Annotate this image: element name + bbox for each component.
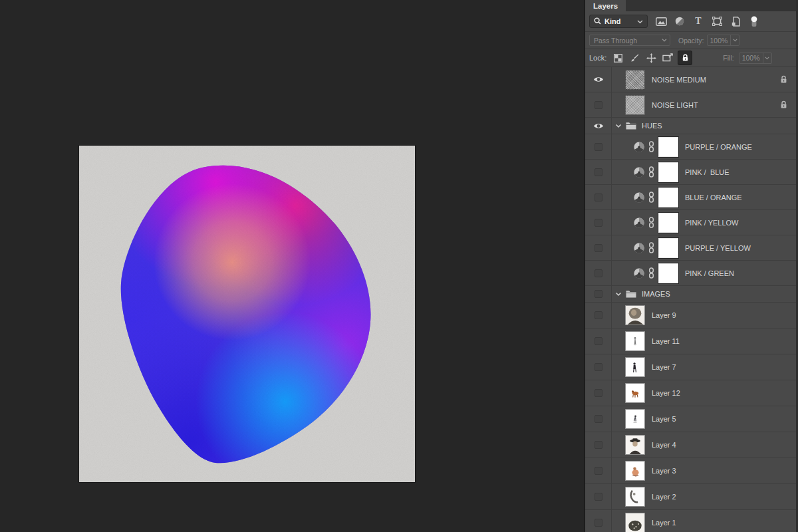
layer-row-images[interactable]: IMAGES xyxy=(585,286,796,303)
layer-name[interactable]: Layer 5 xyxy=(652,415,676,423)
mask-link-icon[interactable] xyxy=(648,267,654,279)
layer-name[interactable]: Layer 9 xyxy=(652,311,676,319)
layer-thumbnail[interactable] xyxy=(625,487,645,507)
eye-hidden-box[interactable] xyxy=(585,210,612,235)
layer-row-layer-7[interactable]: Layer 7 xyxy=(585,354,796,380)
layer-row-noise-light[interactable]: NOISE LIGHT xyxy=(585,92,796,118)
layer-row-layer-2[interactable]: Layer 2 xyxy=(585,484,796,510)
chevron-down-icon[interactable] xyxy=(763,53,771,63)
lock-transparency-icon[interactable] xyxy=(612,52,624,64)
tab-layers[interactable]: Layers xyxy=(585,0,626,11)
layer-row-blue-orange[interactable]: BLUE / ORANGE xyxy=(585,185,796,210)
fill-control[interactable]: 100% xyxy=(739,53,772,64)
layer-mask-thumbnail[interactable] xyxy=(658,188,678,207)
layer-name[interactable]: HUES xyxy=(642,122,662,130)
layer-thumbnail[interactable] xyxy=(625,513,645,532)
eye-hidden-box[interactable] xyxy=(585,432,612,458)
adjustment-layers-filter-icon[interactable] xyxy=(674,15,686,27)
layer-row-pink-yellow[interactable]: PINK / YELLOW xyxy=(585,210,796,235)
layer-mask-thumbnail[interactable] xyxy=(658,238,678,258)
layer-name[interactable]: PINK / GREEN xyxy=(685,269,734,277)
layer-name[interactable]: Layer 2 xyxy=(652,493,676,501)
mask-link-icon[interactable] xyxy=(648,217,654,228)
layer-row-pink-blue[interactable]: PINK / BLUE xyxy=(585,160,796,185)
eye-hidden-box[interactable] xyxy=(585,458,612,483)
eye-hidden-box[interactable] xyxy=(585,484,612,509)
layer-thumbnail[interactable] xyxy=(625,305,645,325)
layer-row-purple-orange[interactable]: PURPLE / ORANGE xyxy=(585,134,796,160)
eye-hidden-box[interactable] xyxy=(585,354,612,380)
layer-mask-thumbnail[interactable] xyxy=(658,263,678,283)
layer-row-hues[interactable]: HUES xyxy=(585,118,796,134)
layer-name[interactable]: NOISE MEDIUM xyxy=(652,76,706,84)
layer-thumbnail[interactable] xyxy=(625,383,645,403)
lock-artboard-icon[interactable] xyxy=(662,52,674,64)
layer-row-pink-green[interactable]: PINK / GREEN xyxy=(585,261,796,286)
layer-thumbnail[interactable] xyxy=(625,357,645,377)
pixel-layers-filter-icon[interactable] xyxy=(655,15,667,27)
layer-thumbnail[interactable] xyxy=(625,70,645,90)
layer-name[interactable]: IMAGES xyxy=(642,290,670,298)
lock-all-icon[interactable] xyxy=(678,51,692,65)
eye-hidden-box[interactable] xyxy=(585,261,612,285)
layer-row-noise-medium[interactable]: NOISE MEDIUM xyxy=(585,67,796,92)
layer-name[interactable]: Layer 1 xyxy=(652,519,676,527)
mask-link-icon[interactable] xyxy=(648,166,654,178)
layer-row-layer-12[interactable]: Layer 12 xyxy=(585,380,796,406)
mask-link-icon[interactable] xyxy=(648,192,654,203)
mask-link-icon[interactable] xyxy=(648,141,654,152)
lock-image-icon[interactable] xyxy=(628,52,640,64)
opacity-control[interactable]: 100% xyxy=(707,35,740,46)
layer-name[interactable]: Layer 11 xyxy=(652,337,680,345)
eye-hidden-box[interactable] xyxy=(585,160,612,184)
layer-name[interactable]: PURPLE / YELLOW xyxy=(685,244,751,252)
layer-row-layer-1[interactable]: Layer 1 xyxy=(585,510,796,532)
layer-row-layer-4[interactable]: Layer 4 xyxy=(585,432,796,458)
layer-thumbnail[interactable] xyxy=(625,435,645,455)
smart-objects-filter-icon[interactable] xyxy=(730,15,741,27)
lock-position-icon[interactable] xyxy=(645,52,657,64)
chevron-down-icon[interactable] xyxy=(615,124,622,128)
layer-name[interactable]: PINK / YELLOW xyxy=(685,219,739,227)
layer-thumbnail[interactable] xyxy=(625,95,645,115)
layer-row-layer-3[interactable]: Layer 3 xyxy=(585,458,796,484)
eye-hidden-box[interactable] xyxy=(585,134,612,159)
layer-name[interactable]: Layer 12 xyxy=(652,389,680,397)
layer-name[interactable]: Layer 7 xyxy=(652,363,676,371)
type-layers-filter-icon[interactable]: T xyxy=(692,15,704,27)
eye-hidden-box[interactable] xyxy=(585,92,612,117)
layer-name[interactable]: Layer 4 xyxy=(652,441,676,449)
mask-link-icon[interactable] xyxy=(648,242,654,253)
filter-toggle-icon[interactable] xyxy=(748,15,760,27)
kind-filter-dropdown[interactable]: Kind xyxy=(589,15,648,28)
layer-mask-thumbnail[interactable] xyxy=(658,137,678,157)
layer-mask-thumbnail[interactable] xyxy=(658,213,678,233)
layer-row-layer-11[interactable]: Layer 11 xyxy=(585,329,796,354)
layer-mask-thumbnail[interactable] xyxy=(658,162,678,182)
layer-name[interactable]: BLUE / ORANGE xyxy=(685,194,742,201)
chevron-down-icon[interactable] xyxy=(730,35,739,45)
shape-layers-filter-icon[interactable] xyxy=(711,15,723,27)
layer-name[interactable]: NOISE LIGHT xyxy=(652,101,698,109)
eye-hidden-box[interactable] xyxy=(585,303,612,328)
eye-hidden-box[interactable] xyxy=(585,185,612,209)
layer-row-layer-5[interactable]: Layer 5 xyxy=(585,406,796,432)
eye-hidden-box[interactable] xyxy=(585,235,612,260)
layer-thumbnail[interactable] xyxy=(625,461,645,481)
eye-hidden-box[interactable] xyxy=(585,329,612,354)
layer-name[interactable]: Layer 3 xyxy=(652,467,676,475)
eye-hidden-box[interactable] xyxy=(585,286,612,302)
layer-row-layer-9[interactable]: Layer 9 xyxy=(585,303,796,329)
layer-name[interactable]: PURPLE / ORANGE xyxy=(685,143,752,151)
layer-row-purple-yellow[interactable]: PURPLE / YELLOW xyxy=(585,235,796,261)
eye-hidden-box[interactable] xyxy=(585,406,612,432)
layer-thumbnail[interactable] xyxy=(625,409,645,429)
eye-visible-icon[interactable] xyxy=(585,118,612,134)
eye-hidden-box[interactable] xyxy=(585,510,612,532)
layer-name[interactable]: PINK / BLUE xyxy=(685,168,730,176)
eye-hidden-box[interactable] xyxy=(585,380,612,406)
chevron-down-icon[interactable] xyxy=(615,292,622,297)
layer-thumbnail[interactable] xyxy=(625,331,645,351)
blend-mode-dropdown[interactable]: Pass Through xyxy=(589,35,670,46)
eye-visible-icon[interactable] xyxy=(585,67,612,92)
